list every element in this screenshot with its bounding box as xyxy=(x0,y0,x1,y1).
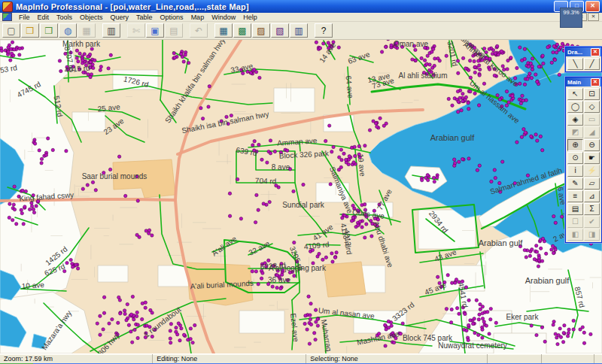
poi-dot xyxy=(489,318,492,321)
menu-edit[interactable]: Edit xyxy=(34,14,53,21)
poi-dot xyxy=(453,164,456,167)
new-layout-button[interactable]: ▧ xyxy=(271,23,289,38)
main-palette-titlebar[interactable]: Main ✕ xyxy=(566,77,601,86)
poi-dot xyxy=(540,326,543,329)
change-view-tool-button[interactable]: ⊙ xyxy=(567,152,583,164)
drag-map-window-tool-button[interactable]: ▱ xyxy=(584,177,600,190)
poi-dot xyxy=(38,149,41,152)
boundary-select-tool-button[interactable]: ◈ xyxy=(567,114,583,126)
ruler-tool-button[interactable]: ⊿ xyxy=(584,190,600,202)
poi-dot xyxy=(271,285,274,288)
line-tool-button[interactable]: ╲ xyxy=(567,58,583,70)
poi-dot xyxy=(150,234,154,237)
poi-dot xyxy=(9,59,12,62)
invert-selection-tool-button[interactable]: ◩ xyxy=(567,126,583,138)
new-grapher-button[interactable]: ▨ xyxy=(252,23,270,38)
assign-selected-tool-button[interactable]: ✔ xyxy=(584,216,600,228)
poi-dot xyxy=(86,184,89,187)
close-button[interactable]: ✕ xyxy=(585,1,600,12)
mdi-close-button[interactable]: ✕ xyxy=(588,13,599,21)
poi-dot xyxy=(351,216,354,219)
poi-dot xyxy=(316,255,319,258)
poi-dot xyxy=(456,89,459,93)
main-palette-close-button[interactable]: ✕ xyxy=(591,78,600,86)
poi-dot xyxy=(384,344,387,347)
menu-objects[interactable]: Objects xyxy=(76,14,107,21)
status-editing[interactable]: Editing: None xyxy=(153,354,306,363)
help-pointer-button[interactable]: ? xyxy=(315,23,333,38)
poi-dot xyxy=(293,275,296,278)
polygon-select-tool-button[interactable]: ◇ xyxy=(584,101,600,113)
poi-dot xyxy=(315,41,318,44)
new-table-button[interactable]: ▢ xyxy=(2,23,20,38)
poi-dot xyxy=(117,155,120,158)
poi-dot xyxy=(333,256,336,259)
poi-dot xyxy=(269,152,272,155)
menu-window[interactable]: Window xyxy=(208,14,239,21)
poi-dot xyxy=(518,46,521,49)
copy-button[interactable]: ▣ xyxy=(146,23,164,38)
new-redistricter-button[interactable]: ▥ xyxy=(290,23,308,38)
menu-map[interactable]: Map xyxy=(187,14,208,21)
print-button[interactable]: ▥ xyxy=(102,23,120,38)
marquee-select-tool-button[interactable]: ⊡ xyxy=(584,88,600,100)
show-statistics-tool-button[interactable]: Σ xyxy=(584,203,600,215)
select-tool-button[interactable]: ↖ xyxy=(567,88,583,100)
status-zoom[interactable]: Zoom: 17.59 km xyxy=(0,354,153,363)
poi-dot xyxy=(436,176,439,179)
new-mapper-button[interactable]: ▩ xyxy=(233,23,251,38)
menu-file[interactable]: File xyxy=(15,14,34,21)
poi-dot xyxy=(370,235,373,238)
polyline-tool-button[interactable]: ╱ xyxy=(584,58,600,70)
drawing-palette-titlebar[interactable]: Dra... ✕ xyxy=(566,47,601,56)
poi-dot xyxy=(467,102,470,105)
poi-dot xyxy=(13,208,16,211)
menu-table[interactable]: Table xyxy=(132,14,157,21)
menu-tools[interactable]: Tools xyxy=(53,14,76,21)
poi-dot xyxy=(511,94,514,97)
map-label: Al ahli stadium xyxy=(398,71,447,80)
menu-help[interactable]: Help xyxy=(239,14,261,21)
radius-select-tool-button[interactable]: ◯ xyxy=(567,101,583,113)
grabber-tool-button[interactable]: ☛ xyxy=(584,152,600,164)
show-legend-tool-button[interactable]: ▤ xyxy=(567,203,583,215)
graph-select-tool-button[interactable]: ◢ xyxy=(584,126,600,138)
cut-button[interactable]: ✄ xyxy=(127,23,145,38)
label-tool-button[interactable]: ✎ xyxy=(567,177,583,190)
mdi-child-icon[interactable] xyxy=(2,13,12,21)
poi-dot xyxy=(450,308,453,311)
paste-button[interactable]: ▤ xyxy=(165,23,183,38)
unselect-all-tool-button[interactable]: ▭ xyxy=(584,114,600,126)
map-canvas[interactable]: Markh park4515 rd1726 rd4745 rd53 rd8707… xyxy=(0,40,602,353)
poi-dot xyxy=(87,55,90,58)
poi-dot xyxy=(421,178,424,181)
poi-dot xyxy=(303,322,306,325)
poi-dot xyxy=(567,332,570,335)
open-table-button[interactable]: ❒ xyxy=(21,23,39,38)
poi-dot xyxy=(535,333,538,336)
info-tool-button[interactable]: i xyxy=(567,165,583,177)
layer-control-tool-button[interactable]: ≡ xyxy=(567,190,583,202)
open-workspace-button[interactable]: ❒ xyxy=(40,23,58,38)
open-web-service-button[interactable]: ◍ xyxy=(59,23,77,38)
undo-button[interactable]: ↶ xyxy=(190,23,208,38)
poi-dot xyxy=(8,202,11,205)
menu-options[interactable]: Options xyxy=(157,14,187,21)
poi-dot xyxy=(249,71,252,74)
menu-query[interactable]: Query xyxy=(107,14,133,21)
status-selecting[interactable]: Selecting: None xyxy=(306,354,488,363)
map-view[interactable]: Markh park4515 rd1726 rd4745 rd53 rd8707… xyxy=(0,40,602,353)
clip-region-onoff-tool-button[interactable]: ◧ xyxy=(567,229,583,241)
zoom-in-tool-button[interactable]: ⊕ xyxy=(567,139,583,151)
poi-dot xyxy=(520,135,523,138)
save-table-button[interactable]: ▦ xyxy=(78,23,96,38)
set-target-district-tool-button[interactable]: ☐ xyxy=(567,216,583,228)
clip-region-tool-button[interactable]: ◨ xyxy=(584,229,600,241)
main-toolbar-palette[interactable]: Main ✕ ↖⊡◯◇◈▭◩◢⊕⊖⊙☛i⚡✎▱≡⊿▤Σ☐✔◧◨ xyxy=(565,77,602,243)
drawing-toolbar-palette[interactable]: Dra... ✕ ╲╱ xyxy=(565,47,602,72)
hotlink-tool-button[interactable]: ⚡ xyxy=(584,165,600,177)
new-browser-button[interactable]: ▦ xyxy=(214,23,233,38)
zoom-out-tool-button[interactable]: ⊖ xyxy=(584,139,600,151)
status-panel-empty-3 xyxy=(594,354,602,363)
drawing-palette-close-button[interactable]: ✕ xyxy=(591,48,600,56)
